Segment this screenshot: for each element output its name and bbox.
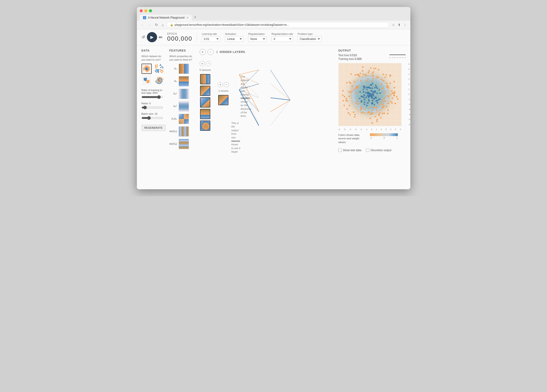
regenerate-button[interactable]: REGENERATE (142, 125, 166, 131)
feature-x1sq-thumb[interactable] (179, 89, 189, 99)
refresh-button[interactable]: ↻ (154, 22, 159, 27)
discretize-output-checkbox[interactable] (366, 149, 369, 152)
regularization-select[interactable]: None L1 L2 (248, 36, 267, 42)
forward-button[interactable]: → (147, 22, 152, 27)
feature-x1x2-canvas (179, 114, 189, 124)
play-controls: ↺ ▶ ⏭ (142, 32, 163, 42)
feature-x2-canvas (179, 76, 189, 86)
batch-slider[interactable] (142, 116, 163, 120)
regularization-control: Regularization None L1 L2 (248, 33, 267, 42)
neuron-1-1[interactable] (200, 74, 210, 84)
network-header: + − 2 HIDDEN LAYERS (200, 49, 334, 55)
active-tab[interactable]: ⬡ A Neural Network Playground ✕ (140, 15, 192, 21)
color-mid-label: 0 (383, 136, 385, 139)
color-bar (370, 133, 398, 136)
feature-sinx1-thumb[interactable] (179, 126, 189, 136)
layer1-add-neuron-button[interactable]: + (200, 61, 205, 66)
feature-sinx2-thumb[interactable] (179, 139, 189, 149)
remove-layer-button[interactable]: − (207, 49, 213, 55)
show-test-data-control[interactable]: Show test data (338, 149, 361, 152)
ratio-label: Ratio of training to test data: 80% (142, 89, 166, 94)
x-axis-neg5: -5 (344, 128, 346, 130)
problem-type-control: Problem type Classification Regression (298, 33, 321, 42)
bookmark-button[interactable]: ☆ (391, 22, 396, 27)
noise-slider[interactable] (142, 106, 163, 109)
share-button[interactable]: ⬆ (397, 22, 402, 27)
data-panel: DATA Which dataset do you want to use? (142, 49, 169, 186)
reg-rate-label: Regularization rate (271, 33, 293, 35)
feature-x2sq-thumb[interactable] (179, 101, 189, 111)
learning-rate-select[interactable]: 0.01 0.001 0.1 1 3 10 (202, 36, 220, 42)
hidden-layers-title: HIDDEN LAYERS (219, 50, 245, 54)
learning-rate-control: Learning rate 0.01 0.001 0.1 1 3 10 (202, 33, 220, 42)
browser-chrome: ⬡ A Neural Network Playground ✕ + (137, 7, 410, 21)
address-bar[interactable]: 🔒 playground.tensorflow.org/#activation=… (167, 22, 389, 28)
y-axis-0: 0 (408, 93, 410, 95)
dataset-xor[interactable] (154, 64, 164, 74)
annotation-neuron: This is the output from one neuron. Hove… (231, 122, 240, 154)
reset-button[interactable]: ↺ (142, 35, 145, 40)
neuron-2-1[interactable] (218, 95, 228, 105)
play-button[interactable]: ▶ (147, 32, 157, 42)
neuron-1-5[interactable] (200, 121, 210, 131)
x-axis-neg3: -3 (355, 128, 356, 130)
neuron-1-3[interactable] (200, 97, 210, 108)
dataset-gaussian[interactable] (142, 75, 152, 85)
close-button[interactable] (140, 9, 143, 12)
neuron-1-4[interactable] (200, 109, 210, 119)
noise-label: Noise: 5 (142, 102, 166, 105)
minimize-button[interactable] (144, 9, 147, 12)
x-axis-0: 0 (371, 128, 372, 130)
dataset-gaussian-canvas (142, 76, 151, 85)
dataset-circle[interactable] (142, 64, 152, 74)
neuron-1-4-canvas (200, 109, 210, 119)
toolbar: ↺ ▶ ⏭ Epoch 000,000 Learning rate 0.01 0… (137, 29, 410, 45)
epoch-section: Epoch 000,000 (167, 32, 192, 42)
ratio-slider[interactable] (142, 95, 163, 99)
bottom-controls: Show test data Discretize output (338, 149, 406, 152)
layer2-add-neuron-button[interactable]: + (218, 82, 223, 87)
x-axis-3: 3 (385, 128, 387, 130)
x-axis-2: 2 (381, 128, 382, 130)
layer1-remove-neuron-button[interactable]: − (206, 61, 211, 66)
back-button[interactable]: ← (140, 22, 145, 27)
x-axis-neg6: -6 (338, 128, 340, 130)
tab-close-icon[interactable]: ✕ (186, 16, 188, 19)
show-test-data-checkbox[interactable] (338, 149, 342, 152)
noise-slider-section: Noise: 5 (142, 102, 166, 110)
discretize-output-control[interactable]: Discretize output (366, 149, 391, 152)
y-axis-1: 1 (408, 88, 410, 90)
neuron-1-2-canvas (200, 86, 210, 96)
activation-select[interactable]: Linear ReLU Tanh Sigmoid (225, 36, 244, 42)
feature-x2sq: X₂² (169, 101, 196, 111)
reg-rate-select[interactable]: 0 0.001 0.003 0.01 (271, 36, 293, 42)
add-layer-button[interactable]: + (200, 49, 206, 55)
feature-x2-label: X₂ (169, 80, 177, 83)
tab-title: A Neural Network Playground (148, 16, 185, 19)
ratio-slider-section: Ratio of training to test data: 80% (142, 89, 166, 100)
learning-rate-label: Learning rate (202, 33, 220, 35)
x-axis-labels: -6 -5 -4 -3 -2 -1 0 1 2 3 4 5 6 (338, 128, 401, 130)
color-legend-inner: Colors shows data, neuron and weight val… (338, 133, 406, 145)
loss-legend (385, 54, 406, 61)
more-button[interactable]: ⋮ (403, 22, 408, 27)
step-button[interactable]: ⏭ (159, 35, 163, 39)
dataset-xor-canvas (155, 64, 164, 73)
y-axis-neg2: -2 (408, 103, 410, 105)
batch-slider-section: Batch size: 10 (142, 112, 166, 121)
dataset-spiral[interactable] (154, 75, 164, 85)
neuron-1-2[interactable] (200, 86, 210, 96)
feature-x1x2-thumb[interactable] (179, 114, 189, 124)
maximize-button[interactable] (149, 9, 152, 12)
new-tab-button[interactable]: + (192, 14, 198, 20)
layer2-remove-neuron-button[interactable]: − (224, 82, 229, 87)
x-axis-4: 4 (390, 128, 391, 130)
test-loss-label: Test loss (338, 54, 349, 57)
y-axis-3: 3 (408, 78, 410, 80)
feature-x1-thumb[interactable] (179, 64, 189, 74)
problem-type-select[interactable]: Classification Regression (298, 36, 321, 42)
home-button[interactable]: ⌂ (161, 22, 165, 27)
feature-x2-thumb[interactable] (179, 76, 189, 86)
browser-actions: ☆ ⬆ ⋮ (391, 22, 408, 27)
y-axis-4: 4 (408, 73, 410, 75)
